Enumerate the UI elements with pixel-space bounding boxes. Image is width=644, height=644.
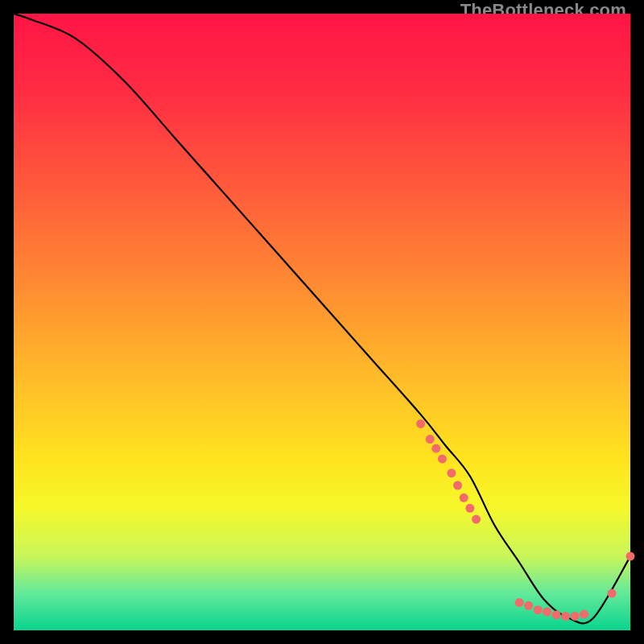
data-marker — [453, 481, 462, 489]
data-marker — [515, 598, 524, 607]
chart-stage: TheBottleneck.com — [0, 0, 644, 644]
data-marker — [626, 552, 635, 561]
data-marker — [472, 515, 481, 524]
data-marker — [426, 435, 435, 444]
data-marker — [438, 455, 447, 464]
bottleneck-curve — [14, 14, 630, 623]
data-marker — [580, 610, 588, 619]
data-marker — [561, 612, 570, 621]
data-marker — [416, 419, 425, 428]
data-marker — [543, 608, 551, 617]
data-marker — [460, 493, 469, 502]
data-marker — [465, 504, 474, 513]
data-marker — [608, 589, 617, 598]
chart-svg — [14, 14, 630, 630]
data-marker — [552, 610, 561, 619]
data-marker — [447, 469, 456, 477]
data-marker — [431, 444, 440, 453]
data-marker — [571, 612, 580, 621]
data-marker — [534, 605, 543, 614]
plot-area — [14, 14, 630, 630]
data-marker — [524, 601, 533, 610]
